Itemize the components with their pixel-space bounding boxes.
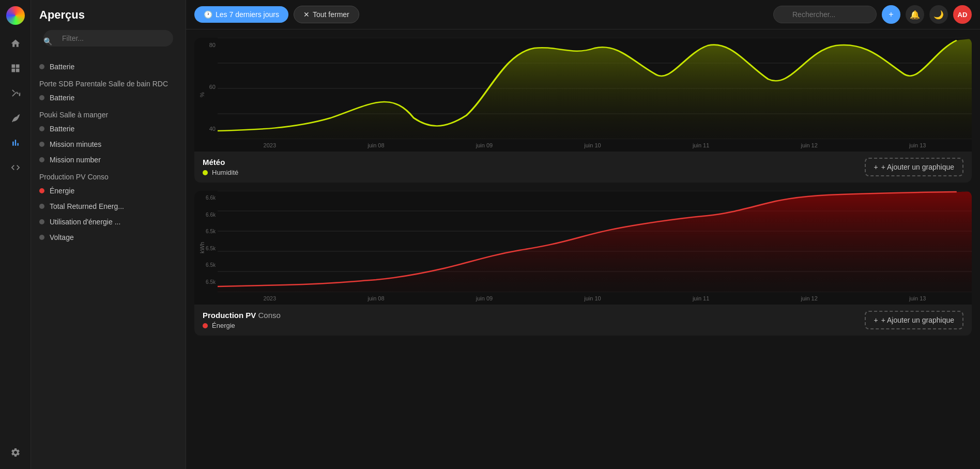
item-dot bbox=[39, 142, 44, 147]
topbar: 🕐 Les 7 derniers jours ✕ Tout fermer 🔍 +… bbox=[186, 0, 980, 29]
y-axis-production: 6.6k 6.6k 6.5k 6.5k 6.5k 6.5k bbox=[194, 191, 218, 289]
legend-label: Humidité bbox=[212, 169, 238, 176]
sidebar-title: Aperçus bbox=[31, 0, 186, 30]
sidebar-search-icon: 🔍 bbox=[43, 37, 52, 46]
bell-icon: 🔔 bbox=[910, 10, 920, 20]
chart-footer-meteo: Météo Humidité + + Ajouter un graphique bbox=[194, 152, 972, 183]
group-subtitle: Salle de bain RDC bbox=[109, 80, 168, 88]
chart-card-production: 6.6k 6.6k 6.5k 6.5k 6.5k 6.5k kWh bbox=[194, 191, 972, 336]
list-item[interactable]: Batterie bbox=[35, 59, 181, 74]
plus-icon: + bbox=[874, 163, 878, 171]
code-icon[interactable] bbox=[5, 157, 26, 178]
y-unit-meteo: % bbox=[199, 92, 205, 97]
theme-toggle-button[interactable]: 🌙 bbox=[929, 5, 948, 24]
sidebar-group-title: Production PV Conso bbox=[35, 168, 181, 183]
sidebar-search-input[interactable] bbox=[43, 30, 173, 47]
item-dot bbox=[39, 219, 44, 224]
home-icon[interactable] bbox=[5, 33, 26, 54]
shuffle-icon[interactable] bbox=[5, 83, 26, 103]
chart-footer-production: Production PV Conso Énergie + + Ajouter … bbox=[194, 305, 972, 336]
list-item[interactable]: Utilisation d'énergie ... bbox=[35, 214, 181, 230]
list-item[interactable]: Mission number bbox=[35, 152, 181, 168]
sidebar-group-title: Pouki Salle à manger bbox=[35, 105, 181, 121]
item-label: Batterie bbox=[50, 94, 74, 102]
main-area: 🕐 Les 7 derniers jours ✕ Tout fermer 🔍 +… bbox=[186, 0, 980, 469]
sidebar: Aperçus 🔍 Batterie Porte SDB Parentale S… bbox=[31, 0, 186, 469]
chart-legend-production: Production PV Conso Énergie bbox=[203, 311, 281, 329]
item-label: Voltage bbox=[50, 233, 74, 241]
x-axis-production: 2023 juin 08 juin 09 juin 10 juin 11 jui… bbox=[218, 292, 972, 305]
grid-icon[interactable] bbox=[5, 58, 26, 79]
add-chart-label: + Ajouter un graphique bbox=[881, 316, 954, 324]
plus-icon: + bbox=[874, 316, 878, 324]
chart-svg-production: 6.6k 6.6k 6.5k 6.5k 6.5k 6.5k kWh bbox=[194, 191, 972, 305]
list-item[interactable]: Voltage bbox=[35, 230, 181, 245]
add-chart-button-meteo[interactable]: + + Ajouter un graphique bbox=[865, 158, 963, 176]
item-dot bbox=[39, 188, 44, 193]
chart-card-meteo: 80 60 40 % bbox=[194, 38, 972, 183]
add-chart-label: + Ajouter un graphique bbox=[881, 163, 954, 171]
item-label: Mission number bbox=[50, 156, 101, 164]
notifications-button[interactable]: 🔔 bbox=[906, 5, 924, 24]
clock-icon: 🕐 bbox=[204, 10, 212, 19]
item-label: Énergie bbox=[50, 187, 74, 195]
leaf-icon[interactable] bbox=[5, 108, 26, 128]
icon-bar bbox=[0, 0, 31, 469]
item-dot bbox=[39, 235, 44, 240]
list-item[interactable]: Total Returned Energ... bbox=[35, 199, 181, 214]
legend-dot bbox=[203, 323, 208, 328]
item-dot bbox=[39, 95, 44, 100]
chart-legend-item: Humidité bbox=[203, 169, 238, 176]
item-dot bbox=[39, 64, 44, 69]
item-label: Mission minutes bbox=[50, 140, 101, 148]
settings-icon[interactable] bbox=[5, 442, 26, 463]
item-dot bbox=[39, 204, 44, 209]
topbar-search-input[interactable] bbox=[773, 6, 877, 23]
add-chart-button-production[interactable]: + + Ajouter un graphique bbox=[865, 311, 963, 329]
app-logo bbox=[6, 6, 25, 25]
add-button[interactable]: + bbox=[882, 5, 900, 24]
y-unit-production: kWh bbox=[199, 242, 205, 253]
item-label: Batterie bbox=[50, 63, 74, 71]
legend-dot bbox=[203, 170, 208, 175]
item-label: Batterie bbox=[50, 125, 74, 133]
time-filter-label: Les 7 derniers jours bbox=[216, 10, 279, 19]
item-dot bbox=[39, 126, 44, 131]
item-dot bbox=[39, 157, 44, 162]
user-avatar-button[interactable]: AD bbox=[953, 5, 972, 24]
charts-area: 80 60 40 % bbox=[186, 29, 980, 469]
chart-legend-item: Énergie bbox=[203, 322, 281, 329]
chart-title-suffix: Conso bbox=[258, 311, 281, 320]
chart-icon[interactable] bbox=[5, 132, 26, 153]
chart-svg-meteo: 80 60 40 % bbox=[194, 38, 972, 152]
close-icon: ✕ bbox=[303, 10, 310, 19]
list-item[interactable]: Mission minutes bbox=[35, 137, 181, 152]
chart-inner-production bbox=[218, 191, 972, 292]
chart-legend-meteo: Météo Humidité bbox=[203, 158, 238, 176]
close-all-button[interactable]: ✕ Tout fermer bbox=[294, 6, 359, 23]
moon-icon: 🌙 bbox=[933, 10, 944, 20]
list-item[interactable]: Batterie bbox=[35, 90, 181, 105]
item-label: Utilisation d'énergie ... bbox=[50, 218, 120, 226]
legend-label: Énergie bbox=[212, 322, 235, 329]
group-subtitle: Conso bbox=[87, 173, 108, 181]
group-subtitle: Salle à manger bbox=[59, 111, 108, 119]
y-axis-meteo: 80 60 40 bbox=[194, 38, 218, 136]
sidebar-group-title: Porte SDB Parentale Salle de bain RDC bbox=[35, 74, 181, 90]
group-name: Porte SDB Parentale bbox=[39, 80, 106, 88]
chart-inner-meteo bbox=[218, 38, 972, 139]
sidebar-content: Batterie Porte SDB Parentale Salle de ba… bbox=[31, 59, 186, 469]
list-item[interactable]: Énergie bbox=[35, 183, 181, 199]
group-name: Pouki bbox=[39, 111, 57, 119]
chart-title-production: Production PV Conso bbox=[203, 311, 281, 320]
chart-title-meteo: Météo bbox=[203, 158, 238, 167]
close-all-label: Tout fermer bbox=[313, 10, 349, 19]
item-label: Total Returned Energ... bbox=[50, 202, 124, 210]
plus-icon: + bbox=[889, 10, 893, 19]
list-item[interactable]: Batterie bbox=[35, 121, 181, 137]
group-name: Production PV bbox=[39, 173, 86, 181]
user-initials: AD bbox=[958, 11, 968, 19]
time-filter-button[interactable]: 🕐 Les 7 derniers jours bbox=[194, 6, 288, 23]
x-axis-meteo: 2023 juin 08 juin 09 juin 10 juin 11 jui… bbox=[218, 139, 972, 152]
